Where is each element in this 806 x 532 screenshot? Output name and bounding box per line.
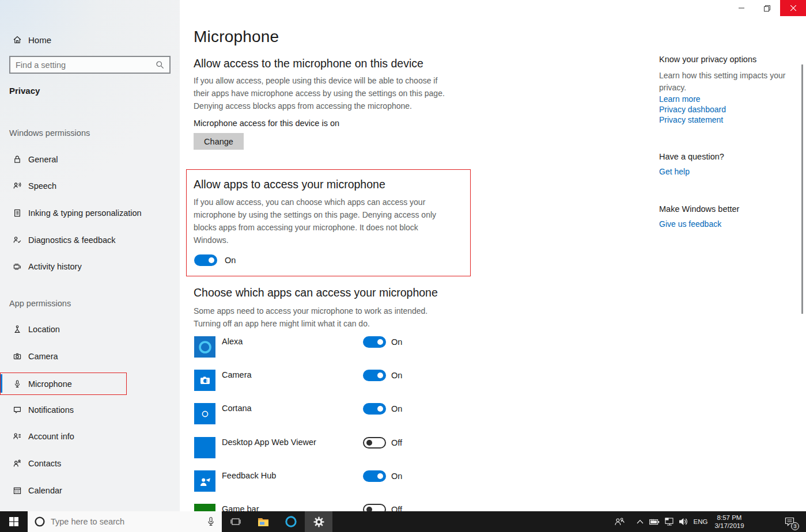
sidebar-item-calendar[interactable]: Calendar bbox=[0, 480, 180, 501]
feedback-hub-tile bbox=[194, 470, 215, 492]
start-button[interactable] bbox=[0, 511, 28, 532]
device-access-status: Microphone access for this device is on bbox=[194, 119, 339, 128]
choose-apps-heading: Choose which apps can access your microp… bbox=[194, 286, 438, 299]
sidebar-item-microphone[interactable]: Microphone bbox=[0, 373, 180, 395]
give-feedback-link[interactable]: Give us feedback bbox=[659, 219, 721, 229]
chevron-up-icon bbox=[637, 519, 644, 524]
file-explorer-icon bbox=[258, 517, 269, 527]
group-label-app-permissions: App permissions bbox=[9, 299, 171, 308]
sidebar-item-location[interactable]: Location bbox=[0, 319, 180, 340]
cortana-search-icon bbox=[34, 516, 46, 527]
sidebar-item-label: Microphone bbox=[28, 379, 72, 389]
close-button[interactable] bbox=[780, 0, 806, 16]
feedback-hub-toggle[interactable] bbox=[363, 470, 386, 482]
privacy-options-body: Learn how this setting impacts your priv… bbox=[659, 70, 790, 94]
alexa-toggle[interactable] bbox=[363, 336, 386, 348]
sidebar-item-account-info[interactable]: Account info bbox=[0, 426, 180, 447]
settings-taskbar-button[interactable] bbox=[305, 511, 332, 532]
task-view-button[interactable] bbox=[222, 511, 249, 532]
lock-icon bbox=[13, 155, 22, 164]
page-title: Microphone bbox=[194, 28, 279, 46]
taskbar-search-input[interactable] bbox=[51, 517, 206, 526]
notification-badge: 3 bbox=[791, 522, 799, 530]
show-hidden-icons-button[interactable] bbox=[634, 511, 646, 532]
sidebar-item-label: Account info bbox=[28, 432, 74, 441]
network-icon bbox=[665, 518, 675, 526]
camera-icon bbox=[13, 352, 22, 361]
sidebar-item-speech[interactable]: Speech bbox=[0, 176, 180, 196]
sidebar-item-label: Notifications bbox=[28, 405, 74, 415]
volume-tray-button[interactable] bbox=[676, 511, 690, 532]
privacy-options-heading: Know your privacy options bbox=[659, 55, 756, 64]
find-setting-searchbox[interactable] bbox=[9, 56, 171, 74]
change-button[interactable]: Change bbox=[194, 133, 244, 150]
app-access-toggle[interactable] bbox=[194, 254, 217, 266]
cortana-toggle[interactable] bbox=[363, 403, 386, 415]
app-name: Desktop App Web Viewer bbox=[222, 438, 316, 447]
app-name: Cortana bbox=[222, 404, 252, 413]
people-tray-button[interactable] bbox=[612, 511, 627, 532]
app-row-alexa: Alexa On bbox=[194, 336, 471, 362]
file-explorer-button[interactable] bbox=[249, 511, 277, 532]
app-access-heading: Allow apps to access your microphone bbox=[194, 178, 385, 191]
people-icon bbox=[614, 517, 625, 526]
selected-item-accent-bar bbox=[0, 374, 2, 393]
diagnostics-icon bbox=[13, 235, 22, 245]
app-row-cortana: Cortana On bbox=[194, 403, 471, 428]
app-name: Feedback Hub bbox=[222, 471, 276, 480]
restore-button[interactable] bbox=[754, 0, 780, 16]
feedback-hub-icon bbox=[198, 474, 212, 488]
privacy-statement-link[interactable]: Privacy statement bbox=[659, 115, 723, 124]
camera-app-icon bbox=[198, 374, 212, 387]
alexa-taskbar-button[interactable] bbox=[277, 511, 305, 532]
sidebar-home-label: Home bbox=[28, 35, 51, 45]
clock-date: 3/17/2019 bbox=[710, 522, 748, 530]
task-view-icon bbox=[230, 517, 241, 526]
taskbar-clock[interactable]: 8:57 PM 3/17/2019 bbox=[710, 514, 748, 531]
sidebar-item-activity-history[interactable]: Activity history bbox=[0, 256, 180, 277]
sidebar-item-camera[interactable]: Camera bbox=[0, 346, 180, 367]
desktop-app-web-viewer-toggle[interactable] bbox=[363, 437, 386, 449]
language-indicator[interactable]: ENG bbox=[691, 511, 710, 532]
activity-history-icon bbox=[13, 262, 22, 271]
sidebar-item-inking-typing[interactable]: Inking & typing personalization bbox=[0, 203, 180, 223]
learn-more-link[interactable]: Learn more bbox=[659, 94, 701, 104]
camera-toggle[interactable] bbox=[363, 370, 386, 381]
make-windows-better-heading: Make Windows better bbox=[659, 204, 739, 214]
toggle-state-label: On bbox=[391, 472, 402, 481]
choose-apps-description: Some apps need to access your microphone… bbox=[194, 305, 454, 330]
alexa-app-tile bbox=[194, 336, 215, 358]
sidebar-item-label: Contacts bbox=[28, 459, 61, 468]
battery-icon bbox=[649, 519, 660, 525]
alexa-icon bbox=[198, 340, 213, 355]
sidebar-item-label: Inking & typing personalization bbox=[28, 208, 142, 218]
taskbar-mic-icon[interactable] bbox=[206, 516, 215, 527]
privacy-dashboard-link[interactable]: Privacy dashboard bbox=[659, 105, 726, 114]
cortana-icon bbox=[200, 409, 210, 419]
vertical-scrollbar[interactable] bbox=[801, 64, 803, 314]
toggle-state-label: On bbox=[391, 404, 402, 413]
sidebar-item-contacts[interactable]: Contacts bbox=[0, 453, 180, 474]
taskbar-search[interactable] bbox=[28, 511, 222, 532]
location-icon bbox=[13, 325, 22, 334]
network-tray-button[interactable] bbox=[663, 511, 676, 532]
settings-gear-icon bbox=[313, 516, 324, 527]
sidebar-item-label: Camera bbox=[28, 352, 58, 361]
account-info-icon bbox=[13, 432, 22, 441]
alexa-taskbar-icon bbox=[285, 515, 297, 528]
search-input[interactable] bbox=[10, 60, 156, 70]
minimize-icon bbox=[739, 5, 744, 11]
sidebar-item-diagnostics-feedback[interactable]: Diagnostics & feedback bbox=[0, 230, 180, 250]
battery-tray-button[interactable] bbox=[648, 511, 661, 532]
clock-time: 8:57 PM bbox=[710, 514, 748, 522]
app-row-feedback-hub: Feedback Hub On bbox=[194, 470, 471, 496]
get-help-link[interactable]: Get help bbox=[659, 167, 690, 176]
app-name: Camera bbox=[222, 370, 252, 379]
sidebar-item-general[interactable]: General bbox=[0, 149, 180, 170]
sidebar-item-home[interactable]: Home bbox=[0, 30, 180, 50]
app-row-camera: Camera On bbox=[194, 370, 471, 395]
app-name: Alexa bbox=[222, 337, 243, 346]
minimize-button[interactable] bbox=[728, 0, 754, 16]
sidebar-item-notifications[interactable]: Notifications bbox=[0, 400, 180, 420]
action-center-button[interactable]: 3 bbox=[778, 511, 801, 532]
